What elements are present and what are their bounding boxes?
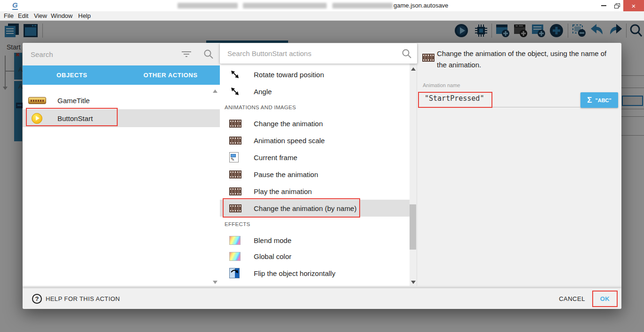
flip-horizontal-icon: [229, 268, 240, 278]
restore-button[interactable]: [610, 0, 624, 11]
redacted-title-text: [177, 3, 238, 8]
section-header-effects: EFFECTS: [225, 221, 250, 227]
redacted-title-text: [332, 3, 393, 8]
menu-file[interactable]: File: [4, 12, 14, 19]
window-title: game.json.autosave: [394, 2, 448, 9]
action-detail-panel: Change the animation of the object, usin…: [417, 43, 621, 286]
expression-editor-button[interactable]: Σ "ABC": [580, 92, 618, 108]
dialog-footer: ? HELP FOR THIS ACTION CANCEL OK: [23, 288, 621, 309]
diagonal-arrow-icon: [229, 69, 241, 80]
action-editor-dialog: OBJECTS OTHER ACTIONS GameTitle ButtonSt…: [23, 43, 621, 309]
animation-name-input[interactable]: [425, 90, 575, 107]
action-row-partial[interactable]: [220, 282, 410, 286]
title-bar: G game.json.autosave ×: [0, 0, 644, 11]
help-button[interactable]: ? HELP FOR THIS ACTION: [32, 288, 120, 309]
close-icon: ×: [632, 2, 636, 10]
film-strip-icon: [229, 187, 242, 195]
action-row[interactable]: Play the animation: [220, 183, 410, 200]
menu-edit[interactable]: Edit: [18, 12, 28, 19]
film-strip-icon: [229, 170, 242, 178]
minimize-button[interactable]: [595, 0, 612, 11]
object-tabs: OBJECTS OTHER ACTIONS: [23, 65, 220, 85]
scroll-up-icon[interactable]: [411, 67, 416, 71]
scrollbar-track[interactable]: [410, 64, 417, 286]
filter-icon[interactable]: [181, 49, 192, 59]
film-strip-icon: [229, 120, 242, 128]
film-strip-icon: [422, 54, 435, 62]
film-strip-icon: [229, 137, 242, 145]
search-icon[interactable]: [402, 49, 412, 59]
action-row[interactable]: Flip the object horizontally: [220, 265, 410, 282]
gametitle-thumbnail-icon: [28, 97, 46, 104]
animation-name-label: Animation name: [423, 82, 460, 88]
action-row[interactable]: Blend mode: [220, 232, 410, 249]
action-row[interactable]: Pause the animation: [220, 166, 410, 183]
current-frame-icon: ✎: [229, 152, 239, 162]
object-name: ButtonStart: [57, 114, 93, 122]
action-description: Change the animation of the object, usin…: [437, 48, 615, 71]
scroll-up-icon[interactable]: [213, 89, 217, 93]
search-icon[interactable]: [203, 49, 214, 59]
redacted-title-text: [243, 3, 327, 8]
gdevelop-logo-icon: G: [12, 1, 18, 10]
action-row[interactable]: Rotate toward position: [220, 66, 410, 83]
actions-list: Rotate toward position Angle ANIMATIONS …: [220, 64, 417, 286]
close-button[interactable]: ×: [623, 0, 644, 11]
section-header-animations: ANIMATIONS AND IMAGES: [225, 105, 296, 110]
minimize-icon: [601, 5, 606, 6]
menu-window[interactable]: Window: [51, 12, 72, 19]
menu-bar: File Edit View Window Help: [0, 11, 644, 21]
objects-search-bar: [23, 43, 220, 65]
action-row[interactable]: Global color: [220, 248, 410, 265]
scroll-down-icon[interactable]: [213, 281, 217, 284]
buttonstart-thumbnail-icon: [32, 113, 42, 124]
restore-icon: [614, 3, 620, 8]
film-strip-icon: [229, 204, 242, 212]
objects-search-input[interactable]: [31, 43, 172, 65]
object-row-gametitle[interactable]: GameTitle: [23, 91, 220, 109]
diagonal-arrow-icon: [229, 86, 241, 97]
app-window: G game.json.autosave × File Edit View Wi…: [0, 0, 644, 332]
cancel-button[interactable]: CANCEL: [555, 288, 588, 309]
global-color-icon: [229, 252, 241, 261]
scroll-down-icon[interactable]: [411, 281, 416, 284]
actions-search-input[interactable]: [227, 43, 383, 64]
action-row[interactable]: Angle: [220, 83, 410, 100]
action-row-change-animation-by-name[interactable]: Change the animation (by name): [220, 200, 410, 217]
tab-other-actions[interactable]: OTHER ACTIONS: [121, 65, 220, 85]
sigma-icon: Σ: [587, 96, 592, 105]
scrollbar-thumb[interactable]: [410, 204, 416, 250]
object-row-buttonstart[interactable]: ButtonStart: [23, 109, 220, 127]
action-row[interactable]: Animation speed scale: [220, 132, 410, 149]
action-row[interactable]: ✎ Current frame: [220, 149, 410, 166]
objects-list: GameTitle ButtonStart: [23, 85, 220, 286]
menu-help[interactable]: Help: [78, 12, 91, 19]
menu-view[interactable]: View: [34, 12, 47, 19]
animation-name-field: [423, 90, 580, 107]
tab-objects[interactable]: OBJECTS: [23, 65, 121, 85]
action-row[interactable]: Change the animation: [220, 115, 410, 132]
ok-button[interactable]: OK: [595, 288, 615, 309]
help-icon: ?: [32, 294, 42, 304]
blend-mode-icon: [229, 236, 241, 245]
object-name: GameTitle: [57, 97, 90, 105]
actions-search-bar: [220, 43, 417, 64]
